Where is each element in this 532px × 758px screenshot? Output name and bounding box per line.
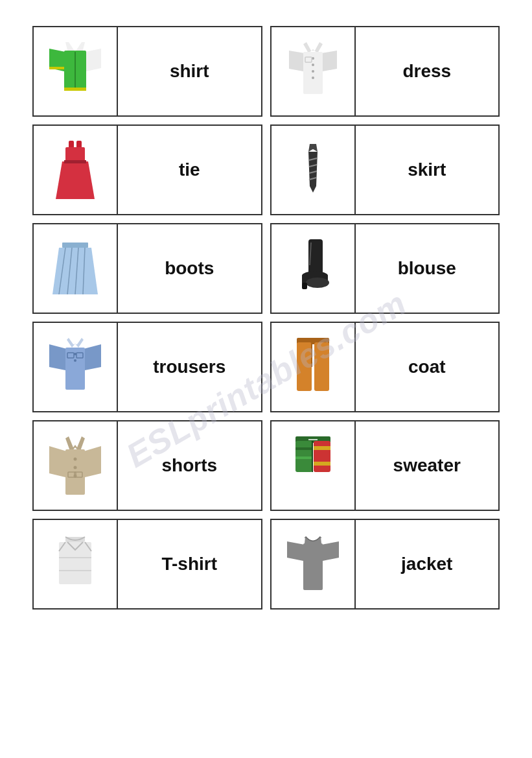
image-tie — [34, 126, 118, 214]
orange-pants-icon — [284, 335, 342, 399]
image-blouse — [272, 224, 356, 313]
svg-point-44 — [74, 359, 76, 362]
svg-marker-40 — [49, 344, 67, 370]
card-coat: coat — [270, 322, 500, 412]
image-dress — [272, 27, 356, 115]
clothing-grid: shirt — [32, 26, 500, 610]
svg-marker-19 — [56, 161, 95, 199]
svg-rect-37 — [302, 283, 307, 289]
jean-jacket-icon — [46, 335, 104, 399]
label-blouse: blouse — [356, 224, 499, 313]
card-boots: boots — [32, 223, 262, 314]
image-sweater — [272, 421, 356, 510]
svg-point-12 — [312, 64, 314, 66]
svg-point-14 — [312, 77, 314, 79]
svg-point-13 — [312, 70, 314, 73]
svg-rect-52 — [323, 338, 326, 342]
card-tshirt: T-shirt — [32, 519, 262, 610]
image-shirt — [34, 27, 118, 115]
card-trousers: trousers — [32, 322, 262, 412]
card-tie: tie — [32, 124, 262, 215]
card-shorts: shorts — [32, 420, 262, 511]
label-dress: dress — [356, 27, 499, 115]
red-dress-icon — [46, 137, 104, 202]
svg-rect-49 — [314, 342, 329, 391]
svg-marker-78 — [287, 541, 305, 561]
card-dress: dress — [270, 26, 500, 117]
svg-rect-73 — [59, 542, 91, 584]
card-jacket: jacket — [270, 519, 500, 610]
svg-rect-27 — [62, 243, 88, 248]
label-sweater: sweater — [356, 421, 499, 510]
svg-point-57 — [74, 458, 77, 461]
tshirt-folded-icon — [46, 532, 104, 597]
label-boots: boots — [118, 224, 261, 313]
svg-point-58 — [74, 466, 77, 469]
image-coat — [272, 323, 356, 411]
colorful-shorts-icon — [284, 433, 342, 498]
svg-rect-80 — [303, 543, 323, 590]
image-skirt — [272, 126, 356, 214]
svg-marker-2 — [85, 49, 101, 71]
svg-point-36 — [306, 278, 329, 288]
svg-rect-20 — [64, 160, 86, 163]
image-shorts — [34, 421, 118, 510]
image-tshirt — [34, 520, 118, 608]
label-trousers: trousers — [118, 323, 261, 411]
card-sweater: sweater — [270, 420, 500, 511]
svg-rect-66 — [314, 454, 330, 458]
skirt-icon — [46, 236, 104, 301]
label-shorts: shorts — [118, 421, 261, 510]
label-tshirt: T-shirt — [118, 520, 261, 608]
beige-coat-icon — [46, 433, 104, 498]
svg-marker-9 — [321, 51, 337, 71]
label-coat: coat — [356, 323, 499, 411]
gray-tshirt-icon — [284, 532, 342, 597]
card-blouse: blouse — [270, 223, 500, 314]
svg-marker-41 — [84, 344, 101, 370]
dress-shirt-icon — [284, 39, 342, 104]
svg-rect-65 — [314, 446, 330, 450]
image-trousers — [34, 323, 118, 411]
svg-marker-7 — [303, 42, 323, 53]
card-skirt: skirt — [270, 124, 500, 215]
svg-marker-21 — [308, 144, 318, 152]
svg-marker-8 — [289, 51, 305, 71]
label-tie: tie — [118, 126, 261, 214]
svg-rect-68 — [295, 447, 312, 450]
label-shirt: shirt — [118, 27, 261, 115]
svg-rect-18 — [65, 147, 85, 161]
label-jacket: jacket — [356, 520, 499, 608]
svg-marker-39 — [67, 338, 84, 348]
svg-marker-79 — [321, 541, 339, 561]
boot-icon — [284, 236, 342, 301]
svg-rect-5 — [64, 88, 86, 91]
image-boots — [34, 224, 118, 313]
svg-rect-51 — [300, 338, 303, 342]
page: ESLprintables.com — [0, 0, 532, 758]
svg-rect-67 — [314, 462, 330, 466]
svg-rect-48 — [297, 342, 312, 391]
svg-rect-69 — [295, 456, 312, 459]
image-jacket — [272, 520, 356, 608]
svg-marker-55 — [84, 446, 101, 477]
label-skirt: skirt — [356, 126, 499, 214]
svg-rect-6 — [49, 67, 64, 69]
svg-marker-54 — [49, 446, 67, 477]
tie-icon — [284, 137, 342, 202]
card-shirt: shirt — [32, 26, 262, 117]
jacket-icon — [46, 39, 104, 104]
